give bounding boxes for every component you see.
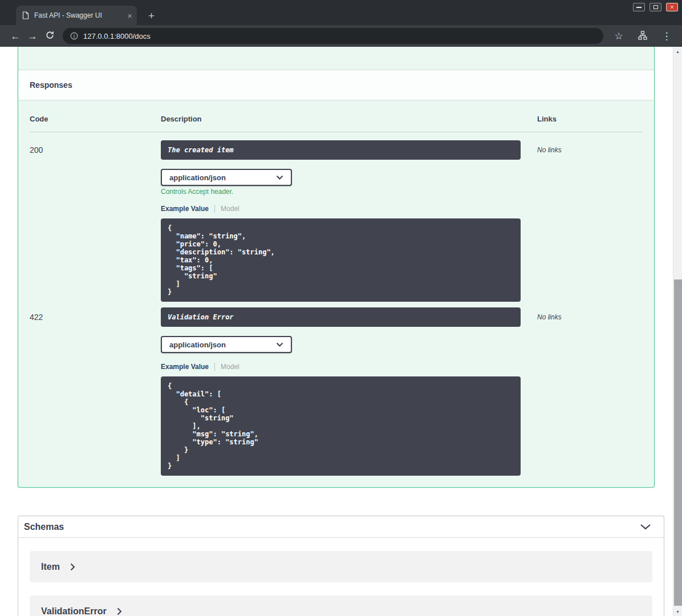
- operation-block-spacer: [18, 47, 654, 70]
- schema-name: ValidationError: [41, 606, 107, 616]
- browser-menu-button[interactable]: ⋮: [658, 31, 675, 41]
- schema-name: Item: [41, 562, 60, 572]
- header-description: Description: [161, 115, 521, 123]
- page-favicon-icon: [22, 11, 29, 19]
- maximize-button[interactable]: [649, 3, 661, 11]
- schemas-title: Schemas: [24, 522, 64, 532]
- response-description: The created item: [161, 140, 521, 160]
- browser-titlebar: Fast API - Swagger UI × + ×: [0, 0, 682, 25]
- example-json-block: { "detail": [ { "loc": [ "string" ], "ms…: [161, 376, 521, 476]
- page-content: Responses Code Description Links 200 The…: [0, 47, 682, 616]
- window-controls: ×: [633, 3, 678, 11]
- scroll-down-button[interactable]: ▼: [673, 607, 682, 616]
- example-json-block: { "name": "string", "price": 0, "descrip…: [161, 218, 521, 302]
- sitemap-icon: [638, 31, 647, 40]
- extensions-icon[interactable]: [634, 31, 651, 42]
- responses-table: Code Description Links 200 The created i…: [18, 100, 654, 487]
- media-type-value: application/json: [169, 341, 226, 349]
- tab-model[interactable]: Model: [221, 205, 239, 213]
- response-links: No links: [537, 140, 643, 302]
- bookmark-star-button[interactable]: ☆: [610, 31, 627, 41]
- example-model-tabs: Example Value Model: [161, 362, 521, 371]
- chevron-right-icon: [117, 607, 122, 615]
- tab-separator: [214, 363, 215, 371]
- minimize-icon: [636, 7, 642, 8]
- reload-button[interactable]: [41, 30, 58, 42]
- response-description: Validation Error: [161, 307, 521, 327]
- tab-example-value[interactable]: Example Value: [161, 205, 209, 213]
- header-links: Links: [537, 115, 643, 123]
- responses-table-header: Code Description Links: [30, 100, 643, 132]
- schemas-header[interactable]: Schemas: [18, 516, 664, 538]
- new-tab-button[interactable]: +: [148, 10, 155, 21]
- media-type-value: application/json: [169, 173, 226, 182]
- navbar-actions: ☆ ⋮: [610, 31, 675, 42]
- chevron-down-icon: [276, 175, 283, 180]
- example-model-tabs: Example Value Model: [161, 204, 521, 213]
- schema-item-row[interactable]: Item: [30, 551, 652, 582]
- schemas-section: Schemas Item ValidationError: [18, 516, 664, 616]
- tab-title: Fast API - Swagger UI: [34, 11, 122, 19]
- response-description-cell: Validation Error application/json Exampl…: [161, 307, 521, 476]
- chevron-down-icon: [276, 342, 283, 347]
- scrollbar-thumb[interactable]: [674, 279, 682, 606]
- schemas-body: Item ValidationError: [18, 538, 664, 616]
- tab-example-value[interactable]: Example Value: [161, 363, 209, 371]
- minimize-button[interactable]: [633, 3, 645, 11]
- back-button[interactable]: ←: [7, 31, 24, 41]
- response-links: No links: [537, 307, 643, 476]
- chevron-down-icon[interactable]: [640, 524, 651, 530]
- responses-header: Responses: [18, 70, 654, 100]
- accept-header-note: Controls Accept header.: [161, 188, 521, 195]
- response-row-200: 200 The created item application/json Co…: [30, 132, 643, 302]
- address-bar[interactable]: 127.0.0.1:8000/docs: [63, 28, 603, 44]
- response-description-cell: The created item application/json Contro…: [161, 140, 521, 302]
- browser-navbar: ← → 127.0.0.1:8000/docs ☆ ⋮: [0, 25, 682, 47]
- header-code: Code: [30, 115, 161, 123]
- scroll-up-button[interactable]: ▲: [673, 47, 682, 56]
- close-icon: ×: [670, 4, 673, 10]
- post-operation-block: Responses Code Description Links 200 The…: [18, 47, 655, 488]
- schema-validationerror-row[interactable]: ValidationError: [30, 595, 652, 616]
- browser-tab[interactable]: Fast API - Swagger UI ×: [16, 6, 137, 25]
- close-button[interactable]: ×: [666, 3, 678, 11]
- responses-title: Responses: [30, 80, 72, 90]
- maximize-icon: [653, 5, 658, 9]
- response-row-422: 422 Validation Error application/json Ex…: [30, 302, 643, 476]
- media-type-select[interactable]: application/json: [161, 169, 292, 186]
- scrollbar[interactable]: ▲ ▼: [673, 47, 682, 616]
- chevron-right-icon: [70, 563, 75, 571]
- tab-close-icon[interactable]: ×: [127, 11, 132, 20]
- response-code: 200: [30, 140, 161, 302]
- reload-icon: [45, 30, 55, 40]
- tab-model[interactable]: Model: [221, 363, 239, 371]
- media-type-select[interactable]: application/json: [161, 336, 292, 353]
- forward-button[interactable]: →: [24, 31, 41, 41]
- tab-separator: [214, 205, 215, 213]
- response-code: 422: [30, 307, 161, 476]
- url-text: 127.0.0.1:8000/docs: [83, 32, 151, 40]
- site-info-icon[interactable]: [70, 32, 78, 40]
